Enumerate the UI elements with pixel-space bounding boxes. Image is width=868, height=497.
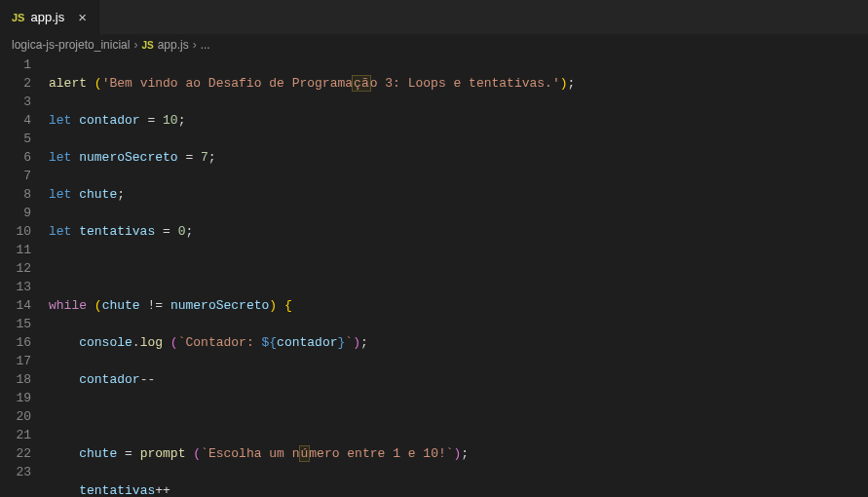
js-file-icon: JS xyxy=(141,40,153,51)
tab-label: app.js xyxy=(30,10,64,24)
js-file-icon: JS xyxy=(12,12,24,23)
close-icon[interactable]: × xyxy=(78,10,87,24)
tab-bar: JS app.js × xyxy=(0,0,868,34)
chevron-right-icon: › xyxy=(193,38,197,52)
code-area[interactable]: alert ('Bem vindo ao Desafio de Programa… xyxy=(49,56,868,497)
breadcrumb-file[interactable]: app.js xyxy=(158,38,189,52)
breadcrumb-folder[interactable]: logica-js-projeto_inicial xyxy=(12,38,130,52)
tab-app-js[interactable]: JS app.js × xyxy=(0,0,99,34)
breadcrumb[interactable]: logica-js-projeto_inicial › JS app.js › … xyxy=(0,34,868,56)
editor[interactable]: 123 456 789 101112 131415 161718 192021 … xyxy=(0,56,868,497)
chevron-right-icon: › xyxy=(133,38,137,52)
breadcrumb-ellipsis[interactable]: ... xyxy=(201,38,210,52)
line-number-gutter: 123 456 789 101112 131415 161718 192021 … xyxy=(0,56,49,497)
